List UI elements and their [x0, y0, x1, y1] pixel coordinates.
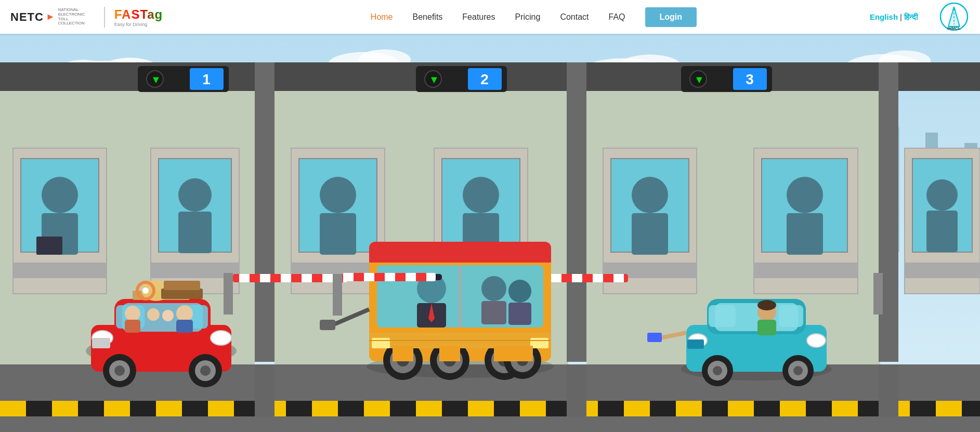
svg-rect-150: [92, 338, 110, 348]
svg-rect-120: [156, 401, 182, 416]
netc-subtitle: NATIONAL ELECTRONIC TOLL COLLECTION: [58, 8, 95, 26]
svg-rect-121: [208, 401, 234, 416]
svg-point-146: [114, 365, 125, 376]
svg-rect-127: [520, 401, 546, 416]
svg-rect-223: [255, 364, 275, 416]
svg-rect-124: [364, 401, 390, 416]
svg-rect-78: [632, 213, 668, 255]
svg-rect-167: [369, 255, 551, 263]
svg-text:3: 3: [746, 71, 754, 87]
svg-rect-67: [320, 213, 356, 255]
fastag-logo: FASTag: [114, 7, 163, 22]
svg-rect-84: [754, 263, 858, 278]
svg-rect-177: [508, 303, 531, 325]
svg-rect-198: [512, 346, 533, 361]
svg-rect-131: [728, 401, 754, 416]
svg-rect-112: [873, 273, 883, 315]
svg-rect-118: [52, 401, 78, 416]
nav-contact[interactable]: Contact: [560, 12, 589, 22]
svg-text:▼: ▼: [151, 74, 161, 85]
header: NETC ► NATIONAL ELECTRONIC TOLL COLLECTI…: [0, 0, 980, 34]
svg-rect-207: [709, 305, 736, 327]
svg-rect-196: [439, 346, 460, 361]
logo-area: NETC ► NATIONAL ELECTRONIC TOLL COLLECTI…: [10, 7, 177, 28]
netc-arrow-icon: ►: [46, 11, 55, 22]
nav-faq[interactable]: FAQ: [609, 12, 625, 22]
svg-rect-219: [757, 320, 776, 335]
svg-rect-56: [13, 263, 107, 278]
svg-rect-225: [879, 364, 898, 416]
svg-point-77: [632, 177, 668, 213]
svg-point-54: [42, 177, 78, 213]
svg-rect-90: [905, 263, 980, 278]
svg-rect-221: [647, 333, 662, 342]
svg-point-154: [142, 287, 149, 294]
svg-text:2: 2: [480, 71, 489, 87]
login-button[interactable]: Login: [645, 7, 697, 27]
svg-point-157: [125, 306, 140, 321]
svg-rect-126: [468, 401, 494, 416]
lang-separator: |: [900, 12, 902, 21]
svg-rect-119: [104, 401, 130, 416]
svg-point-159: [147, 308, 160, 321]
svg-rect-175: [481, 301, 506, 324]
nav-benefits[interactable]: Benefits: [413, 12, 443, 22]
svg-rect-193: [372, 338, 390, 348]
svg-rect-208: [779, 305, 803, 327]
svg-rect-195: [393, 346, 413, 361]
svg-rect-158: [125, 320, 140, 333]
svg-rect-123: [312, 401, 338, 416]
svg-rect-106: [224, 273, 233, 315]
svg-point-160: [162, 310, 174, 321]
svg-rect-200: [333, 274, 342, 316]
svg-point-143: [211, 331, 231, 345]
svg-rect-63: [255, 62, 275, 362]
hero-scene: ▼ 1 ▼ 2 ▼ 3: [0, 34, 980, 432]
nav-features[interactable]: Features: [462, 12, 495, 22]
svg-point-60: [178, 178, 212, 212]
netc-logo: NETC ► NATIONAL ELECTRONIC TOLL COLLECTI…: [10, 8, 95, 26]
svg-point-88: [926, 179, 958, 211]
svg-point-174: [481, 276, 506, 301]
svg-rect-135: [936, 401, 962, 416]
svg-rect-83: [787, 213, 823, 255]
language-switcher: English | हिन्दी: [870, 12, 918, 22]
svg-point-82: [787, 177, 823, 213]
svg-rect-74: [567, 62, 586, 362]
svg-rect-133: [832, 401, 858, 416]
svg-rect-129: [624, 401, 650, 416]
svg-text:▼: ▼: [694, 74, 704, 85]
svg-text:▼: ▼: [429, 74, 439, 85]
svg-point-213: [713, 366, 722, 375]
nav-home[interactable]: Home: [371, 12, 393, 22]
svg-rect-197: [494, 346, 515, 361]
nav-pricing[interactable]: Pricing: [515, 12, 540, 22]
svg-point-210: [807, 334, 826, 347]
lang-english[interactable]: English: [870, 12, 898, 21]
svg-rect-117: [0, 401, 26, 416]
svg-point-149: [200, 365, 211, 376]
svg-text:1: 1: [202, 71, 211, 87]
netc-text: NETC: [10, 10, 44, 24]
svg-rect-224: [567, 364, 586, 416]
svg-point-155: [176, 305, 193, 322]
svg-rect-202: [342, 273, 436, 281]
svg-rect-57: [36, 237, 62, 255]
svg-rect-163: [164, 281, 200, 290]
svg-rect-108: [233, 274, 347, 282]
svg-rect-179: [320, 320, 335, 330]
svg-rect-89: [926, 211, 958, 252]
svg-rect-125: [416, 401, 442, 416]
svg-point-66: [320, 177, 356, 213]
fastag-logo-area: FASTag Easy for Driving: [114, 7, 163, 27]
svg-point-71: [463, 177, 499, 213]
logo-divider: [104, 7, 105, 28]
svg-rect-194: [530, 338, 548, 348]
svg-rect-85: [879, 62, 898, 362]
svg-rect-130: [676, 401, 702, 416]
lang-hindi[interactable]: हिन्दी: [904, 12, 918, 22]
svg-rect-132: [780, 401, 806, 416]
svg-rect-156: [176, 320, 193, 333]
svg-rect-222: [687, 339, 704, 349]
svg-text:IHMCL: IHMCL: [947, 26, 960, 31]
